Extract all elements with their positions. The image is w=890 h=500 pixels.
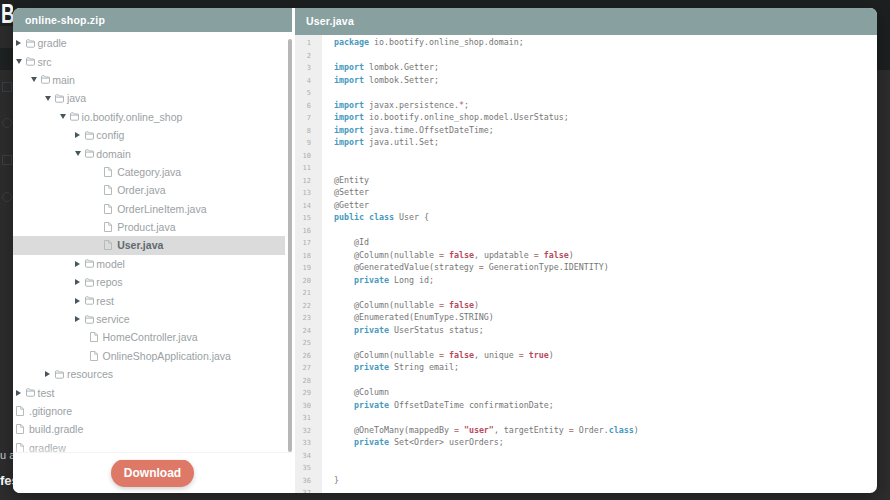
file-icon [16,443,29,452]
folder-icon [85,131,97,140]
tree-item-label: gradlew [29,442,66,452]
line-number: 17 [295,237,311,250]
tree-scrollbar-thumb[interactable] [288,39,292,452]
line-number: 3 [295,62,311,75]
chevron-down-icon[interactable] [60,114,70,119]
line-number: 24 [295,325,311,338]
tree-item-java[interactable]: java [13,89,285,107]
tree-item-label: config [96,129,124,141]
code-line: private Long id; [334,274,877,287]
tree-item--gitignore[interactable]: .gitignore [13,402,285,420]
tree-item-label: OrderLineItem.java [117,203,206,215]
code-line: @Id [334,236,877,249]
download-button[interactable]: Download [111,459,194,487]
code-line: import java.time.OffsetDateTime; [334,124,877,137]
line-number: 36 [295,475,311,488]
tree-item-main[interactable]: main [13,71,285,89]
tree-item-gradlew[interactable]: gradlew [13,439,285,452]
tree-item-label: OnlineShopApplication.java [103,350,231,362]
code-line: public class User { [334,211,877,224]
code-line: import lombok.Setter; [334,74,877,87]
code-line: import javax.persistence.*; [334,99,877,112]
folder-icon [41,75,53,84]
tree-item-test[interactable]: test [13,383,285,401]
tree-item-label: .gitignore [29,405,72,417]
line-number: 19 [295,262,311,275]
code-line: @GeneratedValue(strategy = GenerationTyp… [334,261,877,274]
tree-item-onlineshopapplication-java[interactable]: OnlineShopApplication.java [13,347,285,365]
tree-item-user-java[interactable]: User.java [13,236,285,254]
site-sidebar-backdrop: B [0,0,13,500]
line-number: 10 [295,150,311,163]
tree-item-homecontroller-java[interactable]: HomeController.java [13,328,285,346]
chevron-down-icon[interactable] [16,59,26,64]
tree-item-resources[interactable]: resources [13,365,285,383]
folder-icon [70,112,82,121]
tree-item-domain[interactable]: domain [13,144,285,162]
chevron-right-icon[interactable] [45,371,55,377]
code-line: import io.bootify.online_shop.model.User… [334,111,877,124]
folder-icon [85,315,97,324]
tree-item-service[interactable]: service [13,310,285,328]
code-viewer-panel: User.java 123456789101112131415161718192… [295,8,877,493]
line-number: 27 [295,362,311,375]
chevron-right-icon[interactable] [75,298,85,304]
tree-item-build-gradle[interactable]: build.gradle [13,420,285,438]
folder-icon [26,388,38,397]
code-line: @Getter [334,199,877,212]
code-line: @Column(nullable = false, unique = true) [334,349,877,362]
line-number: 23 [295,312,311,325]
code-line [334,461,877,474]
tree-item-repos[interactable]: repos [13,273,285,291]
folder-icon [26,39,38,48]
tree-item-order-java[interactable]: Order.java [13,181,285,199]
chevron-down-icon[interactable] [31,77,41,82]
code-line: @Column(nullable = false) [334,299,877,312]
code-line: } [334,474,877,487]
line-number: 37 [295,487,311,493]
line-number: 6 [295,100,311,113]
tree-item-orderlineitem-java[interactable]: OrderLineItem.java [13,200,285,218]
tree-item-config[interactable]: config [13,126,285,144]
tree-item-rest[interactable]: rest [13,291,285,309]
line-number: 22 [295,300,311,313]
line-number: 7 [295,112,311,125]
tree-item-label: build.gradle [29,423,83,435]
chevron-right-icon[interactable] [75,261,85,267]
code-content: package io.bootify.online_shop.domain; i… [322,35,877,493]
file-icon [104,185,117,195]
line-number: 29 [295,387,311,400]
code-line [334,49,877,62]
tree-item-io-bootify-online-shop[interactable]: io.bootify.online_shop [13,108,285,126]
file-tree-title: online-shop.zip [13,8,292,32]
chevron-right-icon[interactable] [75,316,85,322]
line-number: 20 [295,275,311,288]
chevron-right-icon[interactable] [75,132,85,138]
tree-item-product-java[interactable]: Product.java [13,218,285,236]
code-viewer-title: User.java [295,8,877,35]
chevron-right-icon[interactable] [16,390,26,396]
tree-item-gradle[interactable]: gradle [13,34,285,52]
folder-icon [26,57,38,66]
tree-item-label: src [38,56,52,68]
chevron-right-icon[interactable] [75,279,85,285]
folder-icon [85,296,97,305]
line-number: 32 [295,425,311,438]
tree-item-category-java[interactable]: Category.java [13,163,285,181]
tree-item-model[interactable]: model [13,255,285,273]
file-icon [16,406,29,416]
tree-item-label: service [96,313,129,325]
tree-item-src[interactable]: src [13,52,285,70]
code-line [334,449,877,462]
code-line: @Entity [334,174,877,187]
tree-item-label: HomeController.java [103,331,198,343]
file-icon [104,240,117,250]
file-icon [104,167,117,177]
chevron-down-icon[interactable] [45,96,55,101]
chevron-down-icon[interactable] [75,151,85,156]
line-number: 5 [295,87,311,100]
code-line: private UserStatus status; [334,324,877,337]
chevron-right-icon[interactable] [16,40,26,46]
file-tree: gradlesrcmainjavaio.bootify.online_shopc… [13,32,292,452]
tree-item-label: test [38,387,55,399]
